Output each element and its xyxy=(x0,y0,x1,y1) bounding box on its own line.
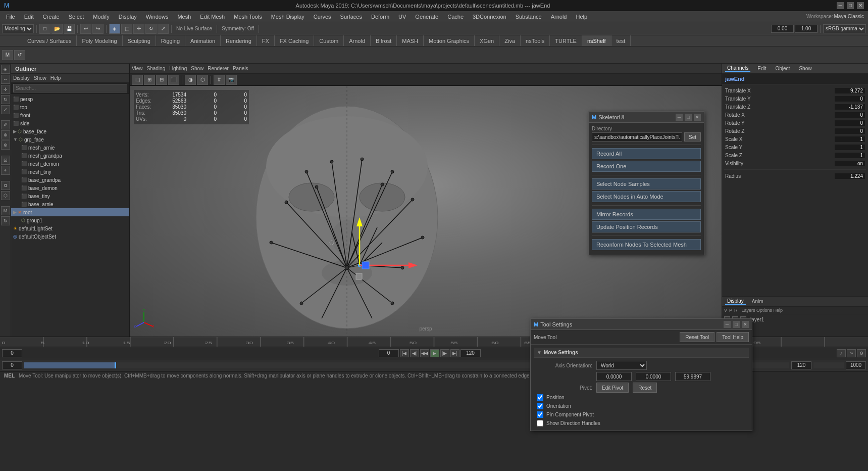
outliner-item-side[interactable]: ⬛ side xyxy=(11,119,129,127)
channel-visibility[interactable]: Visibility on xyxy=(724,159,866,167)
ts-coord-x[interactable] xyxy=(596,372,632,381)
menu-substance[interactable]: Substance xyxy=(512,13,546,21)
outliner-item-base-demon[interactable]: ⬛ base_demon xyxy=(11,184,129,192)
minimize-button[interactable]: ─ xyxy=(837,2,844,9)
outliner-item-mesh-grandpa[interactable]: ⬛ mesh_grandpa xyxy=(11,152,129,160)
outliner-item-grp-face[interactable]: ▼ ⬡ grp_face xyxy=(11,135,129,144)
outliner-search-input[interactable] xyxy=(13,84,127,92)
toolsettings-close-btn[interactable]: ✕ xyxy=(742,321,749,328)
menu-arnold[interactable]: Arnold xyxy=(547,13,571,21)
playback-settings-btn[interactable]: ⚙ xyxy=(857,349,866,357)
select-tool-btn[interactable]: ◈ xyxy=(109,24,120,34)
shelf-tab-fx[interactable]: FX xyxy=(257,35,275,46)
play-back-btn[interactable]: ◀◀ xyxy=(420,349,429,357)
ts-pin-component-checkbox[interactable] xyxy=(537,411,543,418)
menu-surfaces[interactable]: Surfaces xyxy=(336,13,366,21)
redo-btn[interactable]: ↪ xyxy=(92,24,104,34)
sk-record-one-btn[interactable]: Record One xyxy=(592,161,701,172)
toolsettings-maximize-btn[interactable]: □ xyxy=(733,321,740,328)
channel-translate-z[interactable]: Translate Z -1.137 xyxy=(724,103,866,111)
save-scene-btn[interactable]: 💾 xyxy=(64,24,75,34)
vp-wire-btn[interactable]: ⬡ xyxy=(197,75,208,85)
menu-deform[interactable]: Deform xyxy=(367,13,393,21)
channels-tab[interactable]: Channels xyxy=(725,65,750,72)
toolsettings-minimize-btn[interactable]: ─ xyxy=(724,321,731,328)
anim-layers-tab[interactable]: Anim xyxy=(750,299,765,304)
menu-modify[interactable]: Modify xyxy=(89,13,113,21)
rotate-tool-btn[interactable]: ↻ xyxy=(145,24,157,34)
outliner-item-mesh-tiny[interactable]: ⬛ mesh_tiny xyxy=(11,168,129,176)
vp-grid-btn[interactable]: # xyxy=(214,75,225,85)
shelf-tab-rigging[interactable]: Rigging xyxy=(156,35,185,46)
window-controls[interactable]: ─ □ ✕ xyxy=(837,2,864,9)
ts-reset-pivot-btn[interactable]: Reset xyxy=(633,383,657,393)
left-tool-10[interactable]: ⌖ xyxy=(1,166,10,175)
sk-select-nodes-auto-btn[interactable]: Select Nodes in Auto Mode xyxy=(592,191,701,202)
outliner-item-top[interactable]: ⬛ top xyxy=(11,103,129,111)
skeletor-minimize-btn[interactable]: ─ xyxy=(676,114,683,121)
gamma-select[interactable]: sRGB gamma xyxy=(823,24,866,33)
shelf-tab-arnold[interactable]: Arnold xyxy=(344,35,371,46)
menu-create[interactable]: Create xyxy=(39,13,64,21)
channel-radius[interactable]: Radius 1.224 xyxy=(724,172,866,180)
sk-record-all-btn[interactable]: Record All xyxy=(592,148,701,159)
outliner-menu-help[interactable]: Help xyxy=(50,75,61,81)
menu-mesh[interactable]: Mesh xyxy=(173,13,195,21)
outliner-menu-display[interactable]: Display xyxy=(13,75,30,81)
outliner-item-defaultobjectset[interactable]: ◎ defaultObjectSet xyxy=(11,232,129,241)
scale-tool-btn[interactable]: ⤢ xyxy=(158,24,169,34)
left-tool-1[interactable]: ◈ xyxy=(1,65,10,74)
skeletor-close-btn[interactable]: ✕ xyxy=(694,114,701,121)
range-start-input[interactable] xyxy=(379,349,399,357)
left-tool-14[interactable]: ↻ xyxy=(1,216,10,225)
shelf-tab-custom[interactable]: Custom xyxy=(314,35,344,46)
edit-tab[interactable]: Edit xyxy=(755,66,768,71)
menu-display[interactable]: Display xyxy=(115,13,141,21)
go-to-start-btn[interactable]: |◀ xyxy=(400,349,409,357)
outliner-item-defaultlightset[interactable]: ☀ defaultLightSet xyxy=(11,224,129,232)
menu-edit[interactable]: Edit xyxy=(20,13,38,21)
shelf-tab-sculpting[interactable]: Sculpting xyxy=(123,35,156,46)
left-tool-3[interactable]: ✛ xyxy=(1,85,10,94)
lasso-select-btn[interactable]: ⬚ xyxy=(121,24,132,34)
left-tool-4[interactable]: ↻ xyxy=(1,95,10,104)
shelf-tab-ziva[interactable]: Ziva xyxy=(499,35,521,46)
sk-select-node-samples-btn[interactable]: Select Node Samples xyxy=(592,178,701,190)
ts-reset-tool-btn[interactable]: Reset Tool xyxy=(680,332,714,342)
coord-y-input[interactable] xyxy=(795,25,818,33)
vp-tool-4[interactable]: ⬛ xyxy=(168,75,179,85)
outliner-item-mesh-arnie[interactable]: ⬛ mesh_arnie xyxy=(11,144,129,152)
outliner-item-base-grandpa[interactable]: ⬛ base_grandpa xyxy=(11,176,129,184)
sk-mirror-records-btn[interactable]: Mirror Records xyxy=(592,209,701,220)
shelf-tab-test[interactable]: test xyxy=(611,35,631,46)
skeletor-maximize-btn[interactable]: □ xyxy=(685,114,692,121)
object-tab[interactable]: Object xyxy=(774,66,792,71)
shelf-tab-mash[interactable]: MASH xyxy=(397,35,424,46)
menu-uv[interactable]: UV xyxy=(394,13,410,21)
new-scene-btn[interactable]: □ xyxy=(39,24,50,34)
ts-orientation-checkbox[interactable] xyxy=(537,403,543,409)
mode-select[interactable]: Modeling xyxy=(2,24,34,33)
outliner-item-front[interactable]: ⬛ front xyxy=(11,111,129,119)
ts-position-checkbox[interactable] xyxy=(537,394,543,401)
ts-move-settings-header[interactable]: ▼ Move Settings xyxy=(534,348,749,358)
vp-tool-2[interactable]: ⊞ xyxy=(144,75,155,85)
menu-cache[interactable]: Cache xyxy=(443,13,468,21)
channel-scale-y[interactable]: Scale Y 1 xyxy=(724,143,866,151)
undo-btn[interactable]: ↩ xyxy=(80,24,91,34)
vp-menu-shading[interactable]: Shading xyxy=(147,66,166,71)
left-tool-8[interactable]: ⊗ xyxy=(1,140,10,150)
shelf-tab-fx-caching[interactable]: FX Caching xyxy=(275,35,314,46)
range-end-input[interactable] xyxy=(461,349,481,357)
ts-axis-dropdown[interactable]: World Object Local Normal Along Rotation… xyxy=(596,361,647,370)
left-tool-6[interactable]: ✐ xyxy=(1,120,10,129)
menu-windows[interactable]: Windows xyxy=(142,13,173,21)
outliner-item-persp[interactable]: ⬛ persp xyxy=(11,95,129,103)
outliner-item-base-tiny[interactable]: ⬛ base_tiny xyxy=(11,192,129,200)
vp-menu-lighting[interactable]: Lighting xyxy=(169,66,187,71)
close-button[interactable]: ✕ xyxy=(857,2,864,9)
channel-rotate-y[interactable]: Rotate Y 0 xyxy=(724,119,866,127)
shelf-tab-rendering[interactable]: Rendering xyxy=(221,35,257,46)
shelf-tab-poly-modeling[interactable]: Poly Modeling xyxy=(77,35,122,46)
play-btn[interactable]: ▶ xyxy=(430,349,439,357)
